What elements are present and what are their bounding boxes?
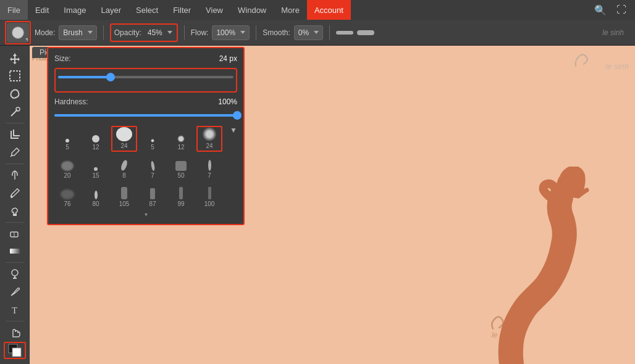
brush-item-24soft[interactable]: 24 <box>196 126 222 152</box>
smooth-value: 0% <box>298 28 309 37</box>
mode-dropdown[interactable]: Brush <box>59 25 96 40</box>
opacity-arrow <box>167 31 172 34</box>
svg-point-6 <box>11 196 13 198</box>
hardness-slider-fill <box>54 114 237 117</box>
brush-shape-100 <box>208 187 211 199</box>
brush-shape-76 <box>61 189 74 199</box>
brush-item-12soft[interactable]: 12 <box>168 126 194 152</box>
eyedropper-tool[interactable] <box>4 144 26 160</box>
hand-tool-sidebar[interactable] <box>4 324 26 341</box>
scroll-indicator: ▾ <box>54 211 237 218</box>
svg-text:T: T <box>12 305 17 315</box>
logo-optionsbar: le sinh <box>602 28 624 37</box>
brush-row-2: 20 15 8 7 50 7 <box>54 154 237 180</box>
flow-arrow <box>240 31 245 34</box>
menu-file[interactable]: File <box>0 0 28 20</box>
brush-item-76[interactable]: 76 <box>54 183 80 209</box>
marquee-tool[interactable] <box>4 67 26 84</box>
hardness-slider-track <box>54 114 237 117</box>
stamp-tool[interactable] <box>4 202 26 219</box>
fullscreen-icon[interactable]: ⛶ <box>614 3 629 17</box>
eraser-tool[interactable] <box>4 225 26 241</box>
brush-tool-icon[interactable] <box>7 23 29 43</box>
brush-item-8[interactable]: 8 <box>111 154 137 180</box>
opacity-dropdown[interactable]: 45% <box>144 25 176 40</box>
menu-layer[interactable]: Layer <box>94 0 129 20</box>
brush-item-80[interactable]: 80 <box>83 183 109 209</box>
foreground-color-btn[interactable] <box>4 342 26 359</box>
menu-select[interactable]: Select <box>128 0 166 20</box>
svg-rect-16 <box>12 348 21 357</box>
brush-shape-99 <box>179 187 183 199</box>
brush-panel: Size: 24 px Hardness: 100% ▼ 5 <box>47 47 245 225</box>
hardness-slider[interactable] <box>54 110 237 121</box>
dodge-tool[interactable] <box>4 265 26 282</box>
brush-row-3: 76 80 105 87 99 100 <box>54 183 237 209</box>
brush-shape-24soft <box>202 127 217 141</box>
brush-menu-arrow[interactable]: ▼ <box>230 126 237 134</box>
brush-item-15[interactable]: 15 <box>83 154 109 180</box>
brush-item-99[interactable]: 99 <box>168 183 194 209</box>
menu-view[interactable]: View <box>198 0 230 20</box>
brush-item-5hard[interactable]: 5 <box>54 126 80 152</box>
healing-tool[interactable] <box>4 167 26 183</box>
brush-shape-12soft <box>177 135 185 143</box>
crop-tool[interactable] <box>4 126 26 143</box>
hand-drawing <box>474 167 598 364</box>
text-tool[interactable]: T <box>4 302 26 318</box>
brush-item-87[interactable]: 87 <box>140 183 166 209</box>
optionsbar: Mode: Brush Opacity: 45% Flow: 100% Smoo… <box>0 20 635 46</box>
brush-item-100[interactable]: 100 <box>196 183 222 209</box>
menu-account[interactable]: Account <box>307 0 351 20</box>
pen-tool[interactable] <box>4 283 26 300</box>
smooth-arrow <box>314 31 319 34</box>
svg-rect-7 <box>13 214 17 216</box>
hardness-slider-thumb[interactable] <box>233 111 242 120</box>
flow-value: 100% <box>216 28 235 37</box>
lasso-tool[interactable] <box>4 86 26 102</box>
brush-item-7[interactable]: 7 <box>140 154 166 180</box>
size-slider[interactable] <box>58 72 233 83</box>
brush-item-24hard[interactable]: 24 <box>111 126 137 152</box>
menu-more[interactable]: More <box>274 0 307 20</box>
hardness-row: Hardness: 100% <box>54 97 237 106</box>
brush-item-5soft[interactable]: 5 <box>140 126 166 152</box>
size-slider-track <box>58 76 233 78</box>
svg-line-4 <box>11 155 12 157</box>
menu-image[interactable]: Image <box>56 0 93 20</box>
brush-shape-7b <box>208 160 211 171</box>
size-row: Size: 24 px <box>54 54 237 63</box>
menu-edit[interactable]: Edit <box>28 0 56 20</box>
svg-rect-1 <box>10 71 20 81</box>
separator-1 <box>103 25 104 40</box>
search-icon[interactable]: 🔍 <box>592 3 609 17</box>
flow-dropdown[interactable]: 100% <box>212 25 250 40</box>
brush-item-105[interactable]: 105 <box>111 183 137 209</box>
opacity-value: 45% <box>148 28 162 37</box>
brush-shape-12hard <box>92 135 99 143</box>
hardness-label: Hardness: <box>54 97 88 106</box>
brush-stroke-2 <box>357 30 374 35</box>
brush-item-7b[interactable]: 7 <box>196 154 222 180</box>
svg-point-3 <box>16 107 20 111</box>
gradient-tool[interactable] <box>4 243 26 260</box>
mode-arrow <box>88 31 93 34</box>
brush-tool-sidebar[interactable] <box>4 184 26 201</box>
tool-sep-2 <box>6 163 24 164</box>
move-tool[interactable] <box>4 49 26 66</box>
smooth-dropdown[interactable]: 0% <box>294 25 323 40</box>
svg-point-11 <box>12 270 18 276</box>
size-slider-thumb[interactable] <box>106 73 115 81</box>
menu-window[interactable]: Window <box>230 0 274 20</box>
flow-label: Flow: <box>191 28 209 37</box>
brush-item-12hard[interactable]: 12 <box>83 126 109 152</box>
brush-shape-105 <box>121 187 127 199</box>
brush-stroke-1 <box>336 31 353 35</box>
brush-item-50[interactable]: 50 <box>168 154 194 180</box>
brush-shape-7 <box>150 161 155 172</box>
menu-filter[interactable]: Filter <box>166 0 198 20</box>
brush-shape-80 <box>95 191 98 199</box>
brush-shape-5hard <box>65 139 69 143</box>
brush-item-20[interactable]: 20 <box>54 154 80 180</box>
wand-tool[interactable] <box>4 104 26 120</box>
